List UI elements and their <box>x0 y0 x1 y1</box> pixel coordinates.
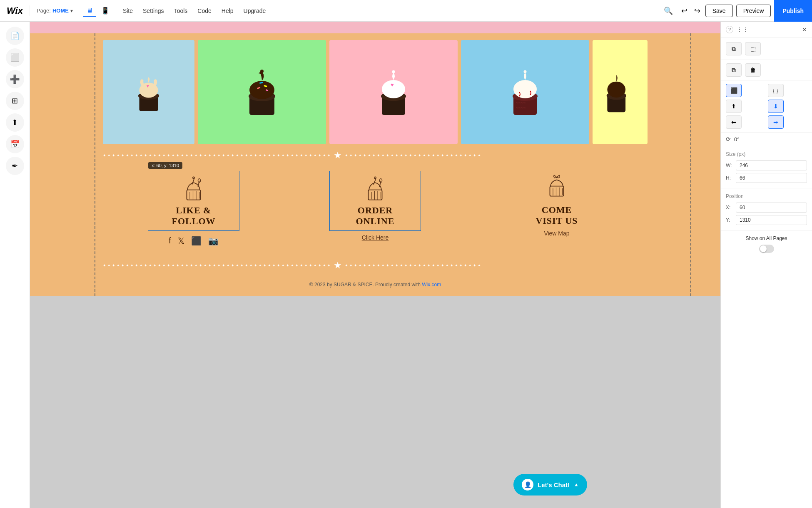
canvas-footer: © 2023 by SUGAR & SPICE. Proudly created… <box>30 277 720 296</box>
settings-menu[interactable]: Settings <box>143 8 164 14</box>
panel-close-icon[interactable]: ✕ <box>802 26 807 33</box>
order-online-selected[interactable]: ORDERONLINE <box>329 171 421 231</box>
svg-text:♥: ♥ <box>391 82 394 88</box>
facebook-icon[interactable]: f <box>169 236 171 246</box>
y-label: Y: <box>726 217 732 223</box>
social-icons-row: f 𝕏 ⬛ 📷 <box>169 236 219 246</box>
page-name[interactable]: HOME <box>52 8 69 14</box>
show-all-pages-toggle[interactable] <box>759 245 774 253</box>
twitter-icon[interactable]: 𝕏 <box>178 236 184 246</box>
position-tooltip: x: 60, y: 1310 <box>148 162 182 169</box>
redo-icon[interactable]: ↪ <box>692 6 702 15</box>
svg-text:♥: ♥ <box>147 83 149 88</box>
height-input[interactable] <box>736 173 807 183</box>
help-menu[interactable]: Help <box>222 8 234 14</box>
rotate-icon: ⟳ <box>726 136 731 143</box>
star-divider-top: ✦ ✦ ✦ ✦ ✦ ✦ ✦ ✦ ✦ ✦ ✦ ✦ ✦ ✦ ✦ <box>30 144 720 167</box>
save-button[interactable]: Save <box>705 5 733 17</box>
svg-point-21 <box>513 80 537 98</box>
chat-expand-icon[interactable]: ▲ <box>574 482 579 488</box>
foursquare-icon[interactable]: ⬛ <box>191 236 202 246</box>
cupcake-card-1[interactable]: ♥ <box>103 40 194 144</box>
preview-button[interactable]: Preview <box>736 5 771 17</box>
position-section: Position X: Y: <box>721 188 812 230</box>
duplicate-button[interactable]: ⧉ <box>726 63 742 77</box>
view-map-link[interactable]: View Map <box>544 230 569 237</box>
delete-button[interactable]: 🗑 <box>745 63 761 77</box>
size-label: Size (px) <box>726 151 807 157</box>
svg-rect-42 <box>550 186 564 196</box>
width-input[interactable] <box>736 160 807 170</box>
arrange-section: ⬛ ⬚ ⬆ ⬇ ⬅ ➡ <box>721 80 812 133</box>
size-section: Size (px) W: H: <box>721 146 812 188</box>
code-menu[interactable]: Code <box>197 8 211 14</box>
arrange-top-icon[interactable]: ⬆ <box>726 100 742 113</box>
canvas-content: ♥ <box>30 22 720 296</box>
sidebar-apps-icon[interactable]: ⊞ <box>6 92 24 110</box>
arrange-front-icon[interactable]: ⬛ <box>726 84 742 97</box>
mobile-view-icon[interactable]: 📱 <box>98 5 113 17</box>
paste-button[interactable]: ⬚ <box>745 42 761 55</box>
tools-menu[interactable]: Tools <box>174 8 188 14</box>
cupcake-card-3[interactable]: ♥ <box>329 40 458 144</box>
site-menu[interactable]: Site <box>123 8 133 14</box>
sidebar-add-icon[interactable]: ➕ <box>6 70 24 88</box>
star-divider-bottom: ✦ ✦ ✦ ✦ ✦ ✦ ✦ ✦ ✦ ✦ ✦ ✦ ✦ ✦ ✦ <box>30 254 720 277</box>
sidebar-pen-icon[interactable]: ✒ <box>6 157 24 175</box>
wix-link[interactable]: Wix.com <box>422 282 441 288</box>
desktop-view-icon[interactable]: 🖥 <box>83 5 96 17</box>
svg-point-15 <box>392 70 395 73</box>
copy-button[interactable]: ⧉ <box>726 42 742 55</box>
sidebar-pages-icon[interactable]: 📄 <box>6 27 24 45</box>
cupcake-card-4[interactable]: ~~~~ ~~~~ <box>461 40 589 144</box>
search-icon[interactable]: 🔍 <box>660 6 676 15</box>
svg-rect-34 <box>369 190 382 200</box>
bottom-cols: x: 60, y: 1310 <box>30 167 720 254</box>
cupcake-card-2[interactable] <box>198 40 326 144</box>
arrange-bottom-icon[interactable]: ⬇ <box>768 100 784 113</box>
left-sidebar: 📄 ⬜ ➕ ⊞ ⬆ 📅 ✒ <box>0 22 30 508</box>
chat-button[interactable]: 👤 Let's Chat! ▲ <box>513 474 587 495</box>
svg-point-6 <box>249 81 274 99</box>
like-follow-title: LIKE &FOLLOW <box>157 205 231 227</box>
main-section: ♥ <box>30 33 720 296</box>
duplicate-delete-section: ⧉ 🗑 <box>721 60 812 80</box>
width-label: W: <box>726 163 732 168</box>
svg-text:~~~~: ~~~~ <box>516 101 526 105</box>
pink-banner <box>30 22 720 33</box>
x-input[interactable] <box>736 203 807 213</box>
svg-point-22 <box>524 70 527 73</box>
rotate-value: 0° <box>734 136 739 143</box>
instagram-icon[interactable]: 📷 <box>208 236 219 246</box>
svg-point-47 <box>556 177 558 178</box>
svg-text:~~~~: ~~~~ <box>516 106 526 110</box>
show-all-pages-section: Show on All Pages <box>721 230 812 258</box>
cupcake-card-5[interactable] <box>593 40 648 144</box>
order-online-link[interactable]: Click Here <box>362 234 389 241</box>
align-left-icon[interactable]: ⬅ <box>726 115 742 129</box>
svg-point-7 <box>260 70 264 73</box>
panel-grid-icon[interactable]: ⋮⋮ <box>737 26 748 33</box>
height-label: H: <box>726 175 732 181</box>
sidebar-blog-icon[interactable]: 📅 <box>6 135 24 153</box>
canvas-area[interactable]: ♥ <box>30 22 720 508</box>
publish-button[interactable]: Publish <box>774 0 812 22</box>
svg-rect-26 <box>187 190 201 200</box>
cupcake-gallery: ♥ <box>30 33 720 144</box>
rotate-section: ⟳ 0° <box>721 133 812 146</box>
properties-panel: ? ⋮⋮ ✕ ⧉ ⬚ ⧉ 🗑 ⬛ ⬚ ⬆ ⬇ ⬅ ➡ <box>720 22 812 508</box>
chevron-down-icon[interactable]: ▾ <box>70 8 73 14</box>
sidebar-elements-icon[interactable]: ⬜ <box>6 48 24 67</box>
arrange-back-icon[interactable]: ⬚ <box>768 84 784 97</box>
like-follow-selected[interactable]: x: 60, y: 1310 <box>148 171 239 231</box>
sidebar-upload-icon[interactable]: ⬆ <box>6 113 24 132</box>
upgrade-menu[interactable]: Upgrade <box>244 8 266 14</box>
undo-icon[interactable]: ↩ <box>680 6 689 15</box>
chat-avatar: 👤 <box>522 479 533 490</box>
y-input[interactable] <box>736 215 807 225</box>
align-right-icon[interactable]: ➡ <box>768 115 784 129</box>
come-visit-col: COMEVISIT US View Map <box>466 171 648 246</box>
x-label: X: <box>726 205 732 210</box>
help-question-icon[interactable]: ? <box>726 26 733 33</box>
page-label: Page: <box>37 8 51 14</box>
